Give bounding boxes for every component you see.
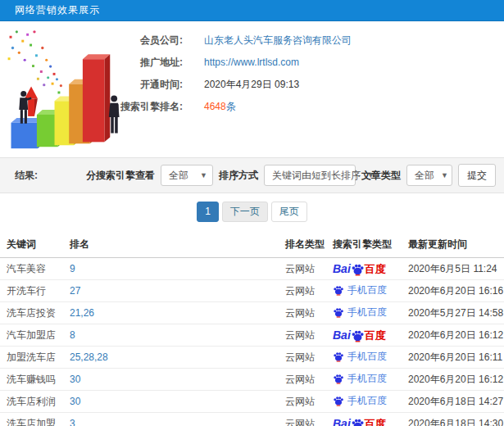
updated-time-cell: 2020年6月20日 16:12 (408, 369, 504, 391)
col-keyword: 关键词 (0, 231, 70, 258)
rank-cell[interactable]: 9 (70, 258, 285, 280)
rank-cell[interactable]: 30 (70, 391, 285, 413)
promo-url-link[interactable]: https://www.lrtlsd.com (204, 57, 299, 68)
sort-value: 关键词由短到长排序 (272, 169, 361, 183)
baidu-paw-icon (351, 417, 365, 426)
col-updated-time: 最新更新时间 (408, 231, 504, 258)
baidu-logo: Bai百度 (333, 262, 386, 276)
engine-filter-value: 全部 (169, 169, 188, 183)
rank-type-cell: 云网站 (285, 324, 333, 347)
rank-cell[interactable]: 27 (70, 280, 285, 302)
sort-select[interactable]: 关键词由短到长排序 ▼ (264, 165, 356, 186)
mobile-baidu-logo: 手机百度 (333, 372, 387, 386)
engine-type-cell: 手机百度 (333, 369, 408, 391)
keyword-cell: 洗车店利润 (0, 391, 70, 413)
table-row: 加盟洗车店25,28,28云网站手机百度2020年6月20日 16:11 (0, 347, 504, 369)
pagination: 1 下一页 尾页 (0, 193, 504, 226)
rank-type-cell: 云网站 (285, 413, 333, 426)
col-engine-type: 搜索引擎类型 (333, 231, 408, 258)
col-rank: 排名 (70, 231, 285, 258)
table-row: 汽车美容9云网站Bai百度2020年6月5日 11:24 (0, 258, 504, 280)
updated-time-cell: 2020年6月5日 11:24 (408, 258, 504, 280)
company-link[interactable]: 山东老人头汽车服务咨询有限公司 (204, 34, 352, 46)
page-title: 网络营销效果展示 (15, 3, 100, 17)
results-table-body: 汽车美容9云网站Bai百度2020年6月5日 11:24开洗车行27云网站手机百… (0, 258, 504, 426)
baidu-paw-icon (351, 262, 365, 276)
table-row: 洗车店利润30云网站手机百度2020年6月18日 14:27 (0, 391, 504, 413)
keyword-cell: 洗车店加盟 (0, 413, 70, 426)
article-type-select[interactable]: 全部 ▼ (406, 165, 452, 186)
engine-filter-select[interactable]: 全部 ▼ (161, 165, 213, 186)
rank-cell[interactable]: 25,28,28 (70, 347, 285, 369)
article-type-label: 文章类型 (361, 169, 401, 183)
col-rank-type: 排名类型 (285, 231, 333, 258)
engine-type-cell: 手机百度 (333, 280, 408, 302)
engine-type-cell: Bai百度 (333, 324, 408, 347)
engine-type-cell: 手机百度 (333, 347, 408, 369)
last-page-button[interactable]: 尾页 (271, 202, 307, 222)
rank-count-number: 4648 (204, 101, 226, 112)
keyword-cell: 洗车店投资 (0, 302, 70, 324)
baidu-paw-icon (333, 306, 344, 318)
open-time-value: 2020年4月29日 09:13 (204, 78, 299, 92)
summary-panel: 会员公司: 山东老人头汽车服务咨询有限公司 推广地址: https://www.… (0, 21, 504, 157)
table-row: 洗车赚钱吗30云网站手机百度2020年6月20日 16:12 (0, 369, 504, 391)
results-table: 关键词 排名 排名类型 搜索引擎类型 最新更新时间 汽车美容9云网站Bai百度2… (0, 231, 504, 426)
next-page-button[interactable]: 下一页 (222, 202, 268, 222)
table-row: 洗车店加盟3云网站Bai百度2020年6月18日 14:30 (0, 413, 504, 426)
keyword-cell: 洗车赚钱吗 (0, 369, 70, 391)
updated-time-cell: 2020年6月18日 14:30 (408, 413, 504, 426)
updated-time-cell: 2020年6月18日 14:27 (408, 391, 504, 413)
rank-type-cell: 云网站 (285, 369, 333, 391)
keyword-cell: 加盟洗车店 (0, 347, 70, 369)
info-row-url: 推广地址: https://www.lrtlsd.com (90, 52, 504, 73)
engine-type-cell: 手机百度 (333, 302, 408, 324)
keyword-cell: 开洗车行 (0, 280, 70, 302)
mobile-baidu-logo: 手机百度 (333, 350, 387, 364)
page-number-current[interactable]: 1 (197, 202, 219, 222)
app-header: 网络营销效果展示 (0, 0, 504, 21)
baidu-paw-icon (333, 284, 344, 296)
confetti-decoration (8, 30, 62, 93)
rank-type-cell: 云网站 (285, 280, 333, 302)
result-label: 结果: (15, 169, 38, 183)
sort-label: 排序方式 (219, 169, 258, 183)
baidu-paw-icon (351, 329, 365, 342)
rank-type-cell: 云网站 (285, 391, 333, 413)
rank-count-label: 搜索引擎排名: (90, 100, 183, 114)
info-row-open-time: 开通时间: 2020年4月29日 09:13 (90, 74, 504, 95)
rank-cell[interactable]: 8 (70, 324, 285, 347)
updated-time-cell: 2020年6月20日 16:16 (408, 280, 504, 302)
engine-type-cell: Bai百度 (333, 258, 408, 280)
baidu-paw-icon (333, 373, 344, 384)
engine-filter-label: 分搜索引擎查看 (86, 169, 155, 183)
table-header-row: 关键词 排名 排名类型 搜索引擎类型 最新更新时间 (0, 231, 504, 258)
updated-time-cell: 2020年6月20日 16:12 (408, 324, 504, 347)
promo-url-label: 推广地址: (90, 56, 183, 70)
updated-time-cell: 2020年6月20日 16:11 (408, 347, 504, 369)
mobile-baidu-logo: 手机百度 (333, 394, 387, 408)
info-row-rank-count: 搜索引擎排名: 4648条 (90, 96, 504, 117)
submit-button[interactable]: 提交 (458, 164, 496, 187)
company-label: 会员公司: (90, 34, 183, 48)
chevron-down-icon: ▼ (441, 171, 448, 179)
chevron-down-icon: ▼ (200, 171, 207, 179)
rank-cell[interactable]: 30 (70, 369, 285, 391)
rank-type-cell: 云网站 (285, 347, 333, 369)
keyword-cell: 汽车加盟店 (0, 324, 70, 347)
rank-cell[interactable]: 3 (70, 413, 285, 426)
mobile-baidu-logo: 手机百度 (333, 283, 387, 297)
engine-type-cell: Bai百度 (333, 413, 408, 426)
rank-type-cell: 云网站 (285, 258, 333, 280)
rank-type-cell: 云网站 (285, 302, 333, 324)
rank-cell[interactable]: 21,26 (70, 302, 285, 324)
baidu-logo: Bai百度 (333, 329, 386, 342)
mobile-baidu-logo: 手机百度 (333, 306, 387, 320)
info-row-company: 会员公司: 山东老人头汽车服务咨询有限公司 (90, 29, 504, 51)
table-row: 洗车店投资21,26云网站手机百度2020年5月27日 14:58 (0, 302, 504, 324)
keyword-cell: 汽车美容 (0, 258, 70, 280)
baidu-logo: Bai百度 (333, 417, 386, 426)
filter-bar: 结果: 分搜索引擎查看 全部 ▼ 排序方式 关键词由短到长排序 ▼ 文章类型 全… (0, 157, 504, 193)
article-type-value: 全部 (415, 169, 434, 183)
open-time-label: 开通时间: (90, 78, 183, 92)
